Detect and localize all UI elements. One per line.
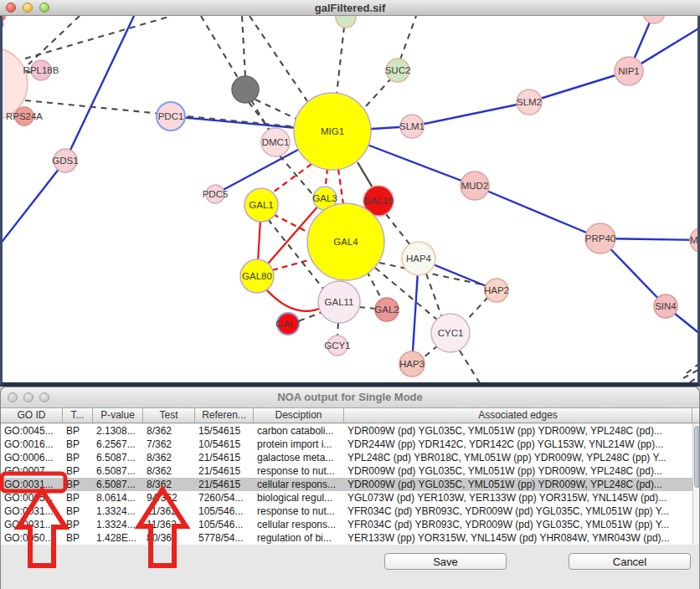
table-cell: GO:0045... — [1, 424, 63, 438]
node-HAP3[interactable] — [399, 351, 425, 376]
results-table-header: GO IDT...P-valueTestReferen...Desciption… — [1, 408, 700, 423]
table-cell: 6.5087... — [93, 464, 143, 478]
table-cell: 11/362 — [143, 518, 195, 531]
column-header-0[interactable]: GO ID — [1, 408, 63, 423]
edge-blue[interactable] — [475, 186, 600, 238]
column-header-6[interactable]: Associated edges — [344, 408, 692, 423]
node-sliver-red[interactable] — [0, 16, 5, 21]
node-SIN4[interactable] — [654, 294, 677, 318]
node-NIP1[interactable] — [615, 57, 643, 85]
network-canvas[interactable]: RPL18BRPS24AGDS1PDC1PDC5DMC1SUC2SLM1SLM2… — [0, 16, 700, 387]
node-HAP4[interactable] — [402, 242, 435, 275]
edge-dash[interactable] — [386, 214, 410, 245]
edge-dash[interactable] — [460, 351, 480, 383]
table-cell: galactose meta... — [254, 451, 344, 464]
edge-dash[interactable] — [337, 27, 344, 95]
edge-blue[interactable] — [529, 71, 629, 102]
table-row[interactable]: GO:0045...BP2.1308...8/36215/54615carbon… — [1, 424, 692, 438]
column-header-2[interactable]: P-value — [93, 408, 143, 423]
table-row[interactable]: GO:0050...BP1.428E...80/3625778/54...reg… — [1, 531, 692, 545]
edge-dash[interactable] — [690, 376, 700, 382]
edge-dash[interactable] — [201, 16, 269, 130]
edge-dash[interactable] — [255, 100, 298, 120]
node-GAL80[interactable] — [240, 259, 274, 293]
edge-dash[interactable] — [28, 16, 80, 64]
node-PDC5[interactable] — [206, 185, 224, 203]
node-gray-node[interactable] — [232, 76, 259, 103]
column-header-3[interactable]: Test — [143, 408, 195, 423]
node-DMC1[interactable] — [261, 128, 290, 156]
table-cell: BP — [63, 504, 93, 518]
node-MSL1[interactable] — [690, 228, 700, 253]
node-GAL1[interactable] — [244, 188, 278, 222]
table-cell: regulation of bi... — [254, 531, 344, 545]
edge-dash[interactable] — [242, 16, 245, 77]
table-cell: response to nut... — [254, 504, 344, 518]
edge-dash[interactable] — [423, 346, 438, 358]
table-row[interactable]: GO:0007...BP6.5087...8/36221/54615respon… — [1, 464, 692, 478]
node-sliver-blue[interactable] — [0, 21, 3, 28]
node-PRP40[interactable] — [585, 223, 615, 254]
network-window-titlebar[interactable]: galFiltered.sif — [0, 0, 700, 16]
node-GAL7[interactable] — [277, 313, 299, 335]
table-cell: GO:0016... — [1, 438, 63, 451]
edge-dash[interactable] — [400, 16, 416, 59]
edge-dash[interactable] — [337, 323, 338, 335]
table-row[interactable]: GO:0016...BP6.2567...7/36210/54615protei… — [1, 438, 692, 451]
table-cell: YDR244W (pp) YDR142C, YDR142C (pp) YGL15… — [344, 438, 692, 451]
table-row[interactable]: GO:0031...BP1.3324...11/362105/546...cel… — [1, 518, 692, 531]
table-cell: 94/362 — [143, 491, 195, 504]
node-GAL4[interactable] — [307, 203, 384, 280]
save-button[interactable]: Save — [384, 553, 507, 570]
node-pink-top[interactable] — [643, 16, 665, 23]
edge-blue[interactable] — [412, 102, 529, 126]
table-cell: YER133W (pp) YOR315W, YNL145W (pd) YHR08… — [344, 531, 692, 545]
table-cell: biological regul... — [254, 491, 344, 504]
column-header-4[interactable]: Referen... — [195, 408, 254, 423]
edge-dash[interactable] — [366, 79, 391, 106]
table-scrollbar-thumb[interactable] — [694, 426, 700, 488]
node-RPL18B[interactable] — [31, 60, 51, 80]
node-GAL11[interactable] — [318, 281, 360, 323]
edge-dash[interactable] — [25, 16, 172, 59]
results-table-body: GO:0045...BP2.1308...8/36215/54615carbon… — [1, 424, 700, 545]
node-CYC1[interactable] — [431, 314, 470, 352]
table-cell: 21/54615 — [195, 478, 254, 491]
node-SUC2[interactable] — [386, 59, 409, 82]
edge-dash[interactable] — [359, 307, 376, 309]
cancel-button[interactable]: Cancel — [569, 553, 691, 570]
noa-window-titlebar[interactable]: NOA output for Single Mode — [1, 387, 699, 408]
node-MIG1[interactable] — [294, 93, 371, 170]
node-GCY1[interactable] — [327, 335, 347, 356]
table-cell: 6.5087... — [93, 451, 143, 464]
node-PDC1[interactable] — [157, 102, 185, 131]
edge-dash[interactable] — [466, 297, 488, 321]
node-MUD2[interactable] — [461, 172, 489, 200]
edge-dash[interactable] — [367, 271, 382, 300]
edge-dash[interactable] — [426, 274, 441, 315]
edge-red[interactable] — [266, 289, 323, 311]
node-HAP2[interactable] — [485, 279, 508, 302]
table-cell: protein import i... — [254, 438, 344, 451]
table-scrollbar[interactable] — [692, 424, 700, 545]
edge-blue[interactable] — [0, 161, 65, 244]
table-row[interactable]: GO:0031...BP1.3324...11/362105/546...res… — [1, 504, 692, 518]
node-RPS24A[interactable] — [15, 107, 33, 125]
node-GAL2[interactable] — [375, 298, 399, 321]
table-cell: carbon cataboli... — [254, 424, 344, 438]
edge-dash[interactable] — [687, 363, 700, 373]
node-SLM1[interactable] — [400, 115, 424, 138]
table-row[interactable]: GO:0065...BP8.0614...94/3627260/54...bio… — [1, 491, 692, 504]
table-cell: YGL073W (pd) YER103W, YER133W (pp) YOR31… — [344, 491, 692, 504]
table-cell: BP — [63, 451, 93, 464]
edge-dark[interactable] — [358, 162, 373, 189]
column-header-5[interactable]: Desciption — [254, 408, 344, 423]
table-cell: 1.3324... — [93, 504, 143, 518]
table-row[interactable]: GO:0031...BP6.5087...8/36221/54615cellul… — [1, 478, 692, 491]
edge-reddash[interactable] — [272, 259, 311, 270]
node-GDS1[interactable] — [54, 149, 77, 172]
node-SLM2[interactable] — [517, 90, 542, 115]
node-green-top[interactable] — [336, 16, 356, 28]
column-header-1[interactable]: T... — [63, 408, 93, 423]
table-row[interactable]: GO:0006...BP6.5087...8/36221/54615galact… — [1, 451, 692, 464]
